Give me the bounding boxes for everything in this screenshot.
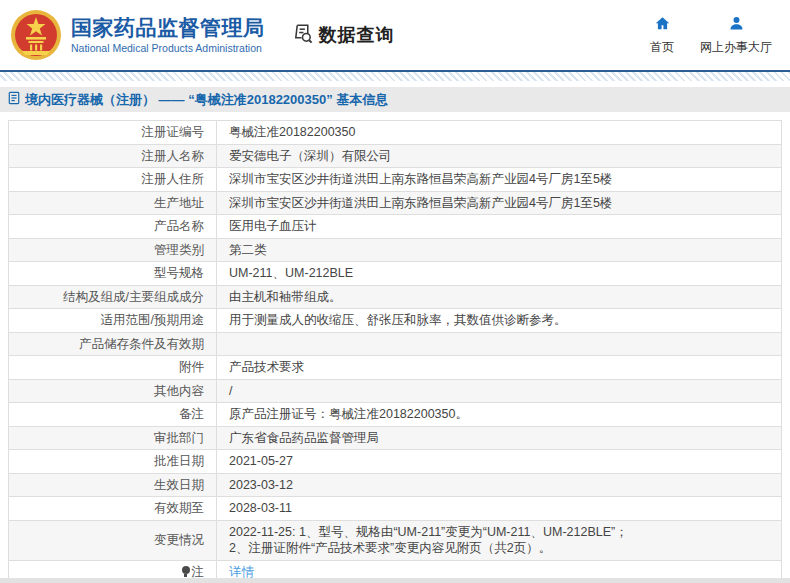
row-value: 深圳市宝安区沙井街道洪田上南东路恒昌荣高新产业园4号厂房1至5楼 — [217, 191, 782, 215]
row-value: 第二类 — [217, 238, 782, 262]
document-icon — [8, 91, 20, 109]
breadcrumb-text: 境内医疗器械（注册） —— “粤械注准20182200350” 基本信息 — [25, 91, 388, 109]
row-label: 注册人名称 — [9, 144, 217, 168]
data-query-section: 数据查询 — [291, 22, 395, 49]
nav-service-hall-label: 网上办事大厅 — [700, 39, 772, 56]
row-label: 生产地址 — [9, 191, 217, 215]
data-query-title: 数据查询 — [319, 23, 395, 47]
row-value: 深圳市宝安区沙井街道洪田上南东路恒昌荣高新产业园4号厂房1至5楼 — [217, 168, 782, 192]
info-table-body: 注册证编号 粤械注准20182200350 注册人名称 爱安德电子（深圳）有限公… — [9, 121, 782, 583]
breadcrumb: 境内医疗器械（注册） —— “粤械注准20182200350” 基本信息 — [0, 87, 790, 112]
row-value: 产品技术要求 — [217, 356, 782, 380]
row-value: 2023-03-12 — [217, 473, 782, 497]
row-value: 爱安德电子（深圳）有限公司 — [217, 144, 782, 168]
brand: 国家药品监督管理局 National Medical Products Admi… — [10, 9, 265, 61]
nav-home[interactable]: 首页 — [650, 15, 674, 56]
table-row: 注册人住所 深圳市宝安区沙井街道洪田上南东路恒昌荣高新产业园4号厂房1至5楼 — [9, 168, 782, 192]
table-row: 批准日期 2021-05-27 — [9, 450, 782, 474]
data-query-icon — [291, 22, 314, 49]
table-row: 产品名称 医用电子血压计 — [9, 215, 782, 239]
row-value: 粤械注准20182200350 — [217, 121, 782, 145]
row-label: 生效日期 — [9, 473, 217, 497]
table-row: 管理类别 第二类 — [9, 238, 782, 262]
row-value: 2021-05-27 — [217, 450, 782, 474]
table-wrap: 注册证编号 粤械注准20182200350 注册人名称 爱安德电子（深圳）有限公… — [0, 112, 790, 583]
stripe-band — [0, 72, 790, 81]
nav-service-hall[interactable]: 网上办事大厅 — [700, 15, 772, 56]
table-row: 备注 原产品注册证号：粤械注准20182200350。 — [9, 403, 782, 427]
row-label: 其他内容 — [9, 379, 217, 403]
row-label: 注册证编号 — [9, 121, 217, 145]
row-value: 2022-11-25: 1、型号、规格由“UM-211”变更为“UM-211、U… — [217, 520, 782, 560]
table-row: 型号规格 UM-211、UM-212BLE — [9, 262, 782, 286]
table-row: 其他内容 / — [9, 379, 782, 403]
row-label: 批准日期 — [9, 450, 217, 474]
row-value: 用于测量成人的收缩压、舒张压和脉率，其数值供诊断参考。 — [217, 309, 782, 333]
brand-text: 国家药品监督管理局 National Medical Products Admi… — [71, 16, 265, 55]
row-label: 有效期至 — [9, 497, 217, 521]
page: 国家药品监督管理局 National Medical Products Admi… — [0, 0, 790, 583]
row-value: 原产品注册证号：粤械注准20182200350。 — [217, 403, 782, 427]
table-row: 生产地址 深圳市宝安区沙井街道洪田上南东路恒昌荣高新产业园4号厂房1至5楼 — [9, 191, 782, 215]
footer-strip — [0, 578, 790, 583]
table-row: 适用范围/预期用途 用于测量成人的收缩压、舒张压和脉率，其数值供诊断参考。 — [9, 309, 782, 333]
table-row: 产品储存条件及有效期 — [9, 332, 782, 356]
row-label: 附件 — [9, 356, 217, 380]
row-value: 2028-03-11 — [217, 497, 782, 521]
row-label: 结构及组成/主要组成成分 — [9, 285, 217, 309]
nav-home-label: 首页 — [650, 39, 674, 56]
table-row: 注册人名称 爱安德电子（深圳）有限公司 — [9, 144, 782, 168]
row-label: 备注 — [9, 403, 217, 427]
detail-link[interactable]: 详情 — [229, 565, 254, 579]
row-label: 审批部门 — [9, 426, 217, 450]
table-row: 变更情况 2022-11-25: 1、型号、规格由“UM-211”变更为“UM-… — [9, 520, 782, 560]
org-name-en: National Medical Products Administration — [71, 42, 265, 55]
table-row: 生效日期 2023-03-12 — [9, 473, 782, 497]
table-row: 附件 产品技术要求 — [9, 356, 782, 380]
row-value: UM-211、UM-212BLE — [217, 262, 782, 286]
row-label: 型号规格 — [9, 262, 217, 286]
row-value: 医用电子血压计 — [217, 215, 782, 239]
row-label: 管理类别 — [9, 238, 217, 262]
info-table: 注册证编号 粤械注准20182200350 注册人名称 爱安德电子（深圳）有限公… — [8, 120, 782, 583]
person-icon — [728, 15, 745, 36]
table-row: 有效期至 2028-03-11 — [9, 497, 782, 521]
row-value — [217, 332, 782, 356]
row-value: 广东省食品药品监督管理局 — [217, 426, 782, 450]
row-label: 产品储存条件及有效期 — [9, 332, 217, 356]
row-label: 注册人住所 — [9, 168, 217, 192]
home-icon — [654, 15, 671, 36]
org-name-cn: 国家药品监督管理局 — [71, 16, 265, 40]
row-value: 由主机和袖带组成。 — [217, 285, 782, 309]
note-bulb-icon — [182, 566, 190, 577]
table-row: 注册证编号 粤械注准20182200350 — [9, 121, 782, 145]
top-nav: 首页 网上办事大厅 — [650, 15, 772, 56]
national-emblem-logo — [10, 9, 62, 61]
table-row: 审批部门 广东省食品药品监督管理局 — [9, 426, 782, 450]
row-label: 变更情况 — [9, 520, 217, 560]
row-label: 产品名称 — [9, 215, 217, 239]
table-row: 结构及组成/主要组成成分 由主机和袖带组成。 — [9, 285, 782, 309]
row-value: / — [217, 379, 782, 403]
row-label: 适用范围/预期用途 — [9, 309, 217, 333]
site-header: 国家药品监督管理局 National Medical Products Admi… — [0, 0, 790, 70]
